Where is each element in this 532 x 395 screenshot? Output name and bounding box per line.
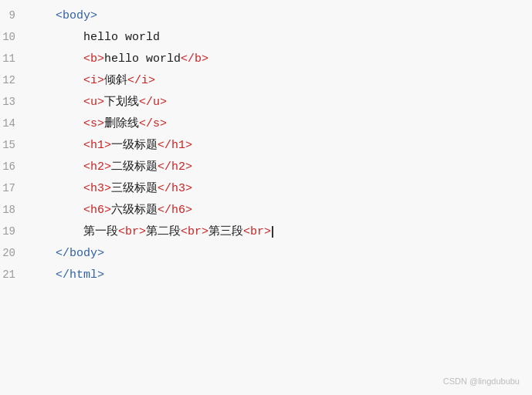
code-segment: </h1>: [158, 139, 192, 152]
code-segment: </s>: [139, 117, 167, 130]
code-segment: [28, 139, 83, 152]
code-segment: <h1>: [83, 139, 111, 152]
code-line: 12 <i>倾斜</i>: [0, 71, 532, 93]
line-number: 18: [0, 201, 28, 220]
code-segment: </u>: [139, 96, 167, 109]
line-content: <h6>六级标题</h6>: [28, 201, 532, 221]
line-number: 14: [0, 114, 28, 133]
code-segment: [28, 268, 56, 282]
code-segment: [28, 74, 83, 87]
line-content: <s>删除线</s>: [28, 114, 532, 134]
code-segment: 第三段: [208, 225, 243, 238]
code-segment: [28, 204, 83, 217]
code-segment: [28, 247, 56, 260]
code-segment: [28, 96, 83, 109]
line-number: 10: [0, 28, 28, 47]
line-number: 19: [0, 222, 28, 241]
line-content: <i>倾斜</i>: [28, 71, 532, 91]
line-content: hello world: [28, 28, 532, 48]
code-viewer: 9 <body>10 hello world11 <b>hello world<…: [0, 0, 532, 395]
line-number: 9: [0, 6, 28, 25]
line-content: <u>下划线</u>: [28, 93, 532, 113]
code-segment: <h3>: [83, 182, 111, 195]
code-segment: 一级标题: [111, 139, 158, 152]
code-segment: [28, 117, 83, 130]
code-line: 20 </body>: [0, 244, 532, 265]
code-segment: <h2>: [83, 160, 111, 174]
code-line: 13 <u>下划线</u>: [0, 93, 532, 114]
code-line: 19 第一段<br>第二段<br>第三段<br>: [0, 222, 532, 244]
code-segment: 第一段: [83, 225, 118, 238]
code-segment: </html>: [56, 268, 104, 282]
code-segment: 第二段: [146, 225, 181, 238]
code-segment: <s>: [83, 117, 104, 130]
code-segment: hello world: [104, 52, 181, 66]
line-number: 15: [0, 136, 28, 155]
line-number: 12: [0, 71, 28, 90]
code-line: 10 hello world: [0, 28, 532, 49]
code-segment: </h3>: [158, 182, 192, 195]
code-segment: [28, 182, 83, 195]
line-number: 17: [0, 179, 28, 198]
code-segment: hello world: [83, 31, 160, 44]
code-segment: [28, 160, 83, 174]
code-segment: <br>: [181, 225, 208, 238]
code-segment: 三级标题: [111, 182, 158, 195]
code-segment: <h6>: [83, 204, 111, 217]
code-line: 17 <h3>三级标题</h3>: [0, 179, 532, 201]
code-segment: [28, 225, 83, 238]
text-cursor: [272, 226, 273, 238]
code-line: 18 <h6>六级标题</h6>: [0, 201, 532, 222]
code-segment: <b>: [83, 52, 104, 66]
code-segment: 倾斜: [104, 74, 127, 87]
code-line: 21 </html>: [0, 265, 532, 287]
code-segment: </h2>: [158, 160, 192, 174]
code-segment: <br>: [243, 225, 271, 238]
line-content: <h1>一级标题</h1>: [28, 136, 532, 156]
code-segment: </h6>: [158, 204, 192, 217]
line-content: 第一段<br>第二段<br>第三段<br>: [28, 222, 532, 242]
code-line: 11 <b>hello world</b>: [0, 49, 532, 71]
line-number: 11: [0, 49, 28, 69]
line-number: 13: [0, 93, 28, 112]
line-content: </html>: [28, 265, 532, 285]
code-line: 9 <body>: [0, 6, 532, 28]
line-content: <body>: [28, 6, 532, 26]
code-segment: <br>: [118, 225, 146, 238]
line-number: 20: [0, 244, 28, 263]
code-line: 14 <s>删除线</s>: [0, 114, 532, 136]
code-segment: </body>: [56, 247, 104, 260]
code-segment: 二级标题: [111, 160, 158, 174]
code-segment: [28, 9, 56, 22]
code-segment: </b>: [181, 52, 208, 66]
line-number: 21: [0, 265, 28, 285]
line-content: <h2>二级标题</h2>: [28, 157, 532, 177]
code-segment: <body>: [56, 9, 97, 22]
line-number: 16: [0, 157, 28, 177]
watermark: CSDN @lingdububu: [443, 376, 520, 386]
code-segment: 六级标题: [111, 204, 158, 217]
code-segment: <i>: [83, 74, 104, 87]
code-line: 15 <h1>一级标题</h1>: [0, 136, 532, 157]
line-content: <h3>三级标题</h3>: [28, 179, 532, 199]
line-content: <b>hello world</b>: [28, 49, 532, 69]
line-content: </body>: [28, 244, 532, 264]
code-segment: 下划线: [104, 96, 139, 109]
code-segment: <u>: [83, 96, 104, 109]
code-line: 16 <h2>二级标题</h2>: [0, 157, 532, 179]
code-segment: [28, 31, 83, 44]
code-segment: [28, 52, 83, 66]
code-segment: 删除线: [104, 117, 139, 130]
code-segment: </i>: [127, 74, 155, 87]
